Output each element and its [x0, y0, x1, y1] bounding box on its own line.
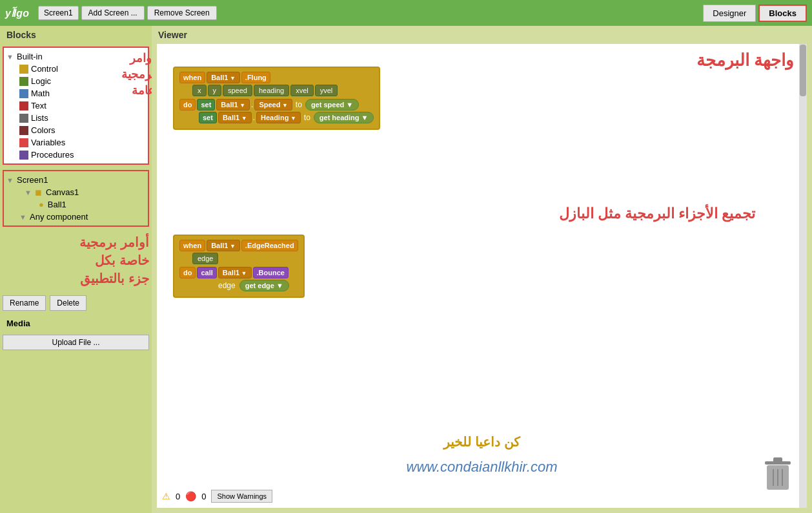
- builtin-toggle-icon: ▼: [6, 53, 14, 61]
- variables-label: Variables: [31, 138, 65, 147]
- viewer-canvas[interactable]: واجهة البرمجة when Ball1 .Flung x y spee…: [157, 44, 807, 508]
- edge-header-row: when Ball1 .EdgeReached: [179, 240, 298, 251]
- sidebar: Blocks ▼ Built-in Control Logic Math: [0, 26, 152, 513]
- math-label: Math: [31, 89, 50, 98]
- ball1-dropdown-heading[interactable]: Ball1: [218, 112, 252, 123]
- math-color-icon: [19, 89, 28, 98]
- dot-2: .: [253, 113, 255, 122]
- lists-item[interactable]: Lists: [6, 112, 145, 124]
- lists-label: Lists: [31, 113, 48, 123]
- topbar: yآlgo Screen1 Add Screen ... Remove Scre…: [0, 0, 812, 26]
- canvas1-tree-item[interactable]: ▼ ◼ Canvas1: [6, 186, 145, 198]
- ball1-tree-item[interactable]: ● Ball1: [6, 198, 145, 211]
- blocks-panel: ▼ Built-in Control Logic Math Text: [3, 47, 149, 165]
- status-bar: ⚠ 0 🔴 0 Show Warnings: [162, 490, 272, 503]
- arabic-middle-text: تجميع الأجزاء البرمجية مثل البازل: [559, 205, 755, 222]
- do-keyword-1: do: [179, 99, 196, 110]
- any-component-label: Any component: [30, 212, 88, 222]
- variables-item[interactable]: Variables: [6, 136, 145, 149]
- delete-button[interactable]: Delete: [50, 295, 86, 311]
- control-label: Control: [31, 64, 58, 74]
- rename-button[interactable]: Rename: [3, 295, 46, 311]
- viewer: Viewer واجهة البرمجة when Ball1 .Flung x…: [152, 26, 812, 513]
- param-speed: speed: [223, 85, 252, 96]
- error-icon: 🔴: [185, 491, 196, 501]
- ball1-dropdown-flung[interactable]: Ball1: [207, 72, 240, 83]
- designer-button[interactable]: Designer: [703, 5, 756, 22]
- set-keyword-2: set: [199, 112, 217, 123]
- builtin-label: Built-in: [17, 52, 43, 61]
- get-speed-block[interactable]: get speed ▼: [305, 99, 359, 110]
- control-item[interactable]: Control: [6, 63, 145, 75]
- warning-icon: ⚠: [162, 491, 170, 501]
- screen1-tree-item[interactable]: ▼ Screen1: [6, 174, 145, 186]
- text-item[interactable]: Text: [6, 99, 145, 112]
- add-screen-button[interactable]: Add Screen ...: [81, 6, 145, 20]
- ball1-dropdown-bounce[interactable]: Ball1: [218, 267, 252, 278]
- main-layout: Blocks ▼ Built-in Control Logic Math: [0, 26, 812, 513]
- edge-arg-label: edge: [218, 281, 236, 290]
- any-component-item[interactable]: ▼ Any component: [6, 211, 145, 223]
- svg-rect-1: [773, 457, 782, 463]
- flung-container: when Ball1 .Flung x y speed heading xvel…: [173, 67, 380, 130]
- arabic-heading-text: واجهة البرمجة: [696, 50, 794, 70]
- arabic-component-line3: جزء بالتطبيق: [3, 269, 149, 288]
- screen1-button[interactable]: Screen1: [38, 6, 79, 20]
- canvas1-icon: ◼: [35, 187, 42, 197]
- watermark-arabic-text: كن داعيا للخير: [443, 434, 520, 450]
- procedures-color-icon: [19, 151, 28, 160]
- math-item[interactable]: Math: [6, 87, 145, 99]
- viewer-scrollbar[interactable]: [799, 44, 807, 508]
- flung-do-row2: set Ball1 . Heading to get heading ▼: [199, 112, 374, 123]
- ball1-dropdown-speed[interactable]: Ball1: [216, 99, 250, 110]
- edge-container: when Ball1 .EdgeReached edge do call Bal…: [173, 235, 305, 298]
- procedures-item[interactable]: Procedures: [6, 149, 145, 161]
- edge-event: .EdgeReached: [241, 240, 298, 251]
- logic-item[interactable]: Logic: [6, 75, 145, 87]
- blocks-button[interactable]: Blocks: [758, 5, 807, 22]
- procedures-label: Procedures: [31, 150, 74, 160]
- arabic-component-line1: أوامر برمجية: [3, 233, 149, 251]
- errors-count: 0: [201, 492, 206, 501]
- colors-label: Colors: [31, 125, 56, 135]
- flung-header-row: when Ball1 .Flung: [179, 72, 374, 83]
- param-xvel: xvel: [290, 85, 314, 96]
- flung-event: .Flung: [241, 72, 270, 83]
- screen1-label: Screen1: [17, 175, 48, 185]
- any-component-toggle-icon: ▼: [19, 213, 27, 221]
- param-x: x: [192, 85, 207, 96]
- trash-icon[interactable]: [762, 456, 794, 495]
- flung-params-row: x y speed heading xvel yvel: [192, 85, 374, 96]
- dot-1: .: [251, 100, 253, 109]
- trash-svg: [762, 456, 794, 495]
- show-warnings-button[interactable]: Show Warnings: [211, 490, 272, 503]
- do-keyword-2: do: [179, 267, 196, 278]
- text-color-icon: [19, 101, 28, 110]
- speed-prop-dropdown[interactable]: Speed: [254, 99, 292, 110]
- edge-param-row: edge: [192, 253, 298, 264]
- remove-screen-button[interactable]: Remove Screen: [147, 6, 217, 20]
- ball1-dropdown-edge[interactable]: Ball1: [207, 240, 240, 251]
- upload-file-button[interactable]: Upload File ...: [3, 335, 149, 350]
- builtin-tree-item[interactable]: ▼ Built-in: [6, 50, 145, 63]
- colors-color-icon: [19, 126, 28, 135]
- warnings-count: 0: [176, 492, 180, 501]
- arabic-component-line2: خاصة بكل: [3, 251, 149, 269]
- colors-item[interactable]: Colors: [6, 124, 145, 136]
- get-heading-block[interactable]: get heading ▼: [314, 112, 374, 123]
- when-keyword-2[interactable]: when: [179, 240, 205, 251]
- watermark-url-text: www.condaianllkhir.com: [407, 459, 558, 476]
- text-label: Text: [31, 101, 46, 110]
- viewer-scrollbar-thumb[interactable]: [800, 45, 806, 96]
- sidebar-header: Blocks: [0, 26, 152, 44]
- heading-prop-dropdown[interactable]: Heading: [256, 112, 301, 123]
- get-edge-block[interactable]: get edge ▼: [239, 280, 289, 291]
- when-keyword[interactable]: when: [179, 72, 205, 83]
- screen1-toggle-icon: ▼: [6, 176, 14, 184]
- canvas1-label: Canvas1: [46, 187, 79, 197]
- variables-color-icon: [19, 138, 28, 147]
- ball1-label: Ball1: [48, 200, 66, 209]
- logic-color-icon: [19, 77, 28, 86]
- block-flung-group: when Ball1 .Flung x y speed heading xvel…: [173, 67, 380, 130]
- ball1-icon: ●: [39, 200, 44, 209]
